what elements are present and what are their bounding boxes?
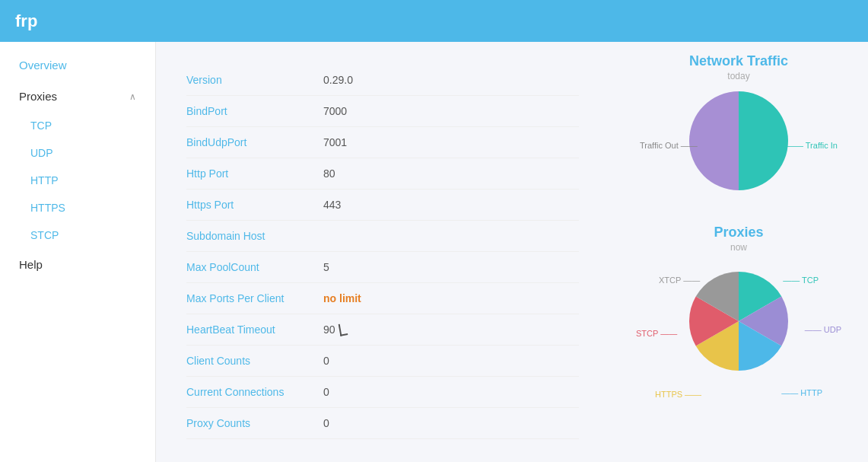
value-poolcount: 5	[323, 261, 329, 273]
value-maxports: no limit	[323, 292, 361, 304]
proxies-chart-section: Proxies now XTCP —— —— TCP —— UDP —— HTT…	[625, 225, 853, 405]
info-row-poolcount: Max PoolCount 5	[186, 252, 579, 283]
info-row-httpport: Http Port 80	[186, 158, 579, 190]
tcp-label: —— TCP	[783, 276, 819, 285]
value-version: 0.29.0	[323, 74, 353, 86]
udp-label: —— UDP	[805, 325, 841, 334]
info-row-proxycounts: Proxy Counts 0	[186, 408, 579, 439]
proxies-chart-title: Proxies	[625, 225, 853, 241]
proxies-chart-subtitle: now	[625, 242, 853, 253]
info-row-heartbeat: HeartBeat Timeout 90	[186, 314, 579, 346]
sidebar-sub-tcp[interactable]: TCP	[0, 112, 155, 139]
traffic-pie-svg	[685, 88, 792, 194]
info-panel: Version 0.29.0 BindPort 7000 BindUdpPort…	[156, 42, 609, 462]
network-traffic-section: Network Traffic today Traffic Out —— —— …	[625, 53, 853, 209]
sidebar-sub-udp[interactable]: UDP	[0, 139, 155, 167]
info-row-bindport: BindPort 7000	[186, 96, 579, 127]
sidebar-item-help[interactable]: Help	[0, 249, 155, 280]
app-title: frp	[15, 11, 37, 31]
sidebar-sub-http[interactable]: HTTP	[0, 167, 155, 194]
https-label: HTTPS ——	[655, 390, 701, 399]
label-bindport: BindPort	[186, 105, 323, 117]
stcp-label: STCP ——	[636, 329, 677, 338]
label-connections: Current Connections	[186, 386, 323, 398]
value-bindudpport: 7001	[323, 136, 347, 148]
sidebar-sub-stcp[interactable]: STCP	[0, 221, 155, 249]
label-httpsport: Https Port	[186, 199, 323, 211]
xtcp-label: XTCP ——	[659, 276, 700, 285]
info-row-version: Version 0.29.0	[186, 65, 579, 96]
value-proxycounts: 0	[323, 417, 329, 429]
sidebar-item-proxies[interactable]: Proxies ∧	[0, 81, 155, 112]
charts-panel: Network Traffic today Traffic Out —— —— …	[609, 42, 868, 462]
network-traffic-chart: Traffic Out —— —— Traffic In	[632, 88, 845, 209]
info-row-maxports: Max Ports Per Client no limit	[186, 283, 579, 314]
label-poolcount: Max PoolCount	[186, 261, 323, 273]
label-clientcounts: Client Counts	[186, 355, 323, 367]
value-connections: 0	[323, 386, 329, 398]
label-httpport: Http Port	[186, 167, 323, 180]
content-area: Version 0.29.0 BindPort 7000 BindUdpPort…	[156, 42, 868, 462]
info-row-bindudpport: BindUdpPort 7001	[186, 127, 579, 158]
sidebar-sub-https[interactable]: HTTPS	[0, 194, 155, 221]
value-heartbeat: 90	[323, 323, 335, 336]
http-label: —— HTTP	[781, 388, 822, 397]
sidebar: Overview Proxies ∧ TCP UDP HTTP HTTPS ST…	[0, 42, 156, 462]
value-httpport: 80	[323, 167, 335, 180]
info-row-subdomain: Subdomain Host	[186, 221, 579, 252]
label-maxports: Max Ports Per Client	[186, 292, 323, 304]
info-row-clientcounts: Client Counts 0	[186, 346, 579, 377]
label-subdomain: Subdomain Host	[186, 230, 323, 242]
network-traffic-title: Network Traffic	[625, 53, 853, 69]
value-bindport: 7000	[323, 105, 347, 117]
network-traffic-subtitle: today	[625, 71, 853, 81]
info-row-connections: Current Connections 0	[186, 377, 579, 408]
info-row-httpsport: Https Port 443	[186, 190, 579, 221]
chevron-up-icon: ∧	[129, 91, 136, 102]
sidebar-item-overview[interactable]: Overview	[0, 49, 155, 81]
label-version: Version	[186, 74, 323, 86]
label-proxycounts: Proxy Counts	[186, 417, 323, 429]
value-clientcounts: 0	[323, 355, 329, 367]
main-layout: Overview Proxies ∧ TCP UDP HTTP HTTPS ST…	[0, 42, 868, 462]
traffic-out-label: Traffic Out ——	[640, 141, 698, 150]
traffic-in-label: —— Traffic In	[787, 141, 838, 150]
value-httpsport: 443	[323, 199, 341, 211]
app-header: frp	[0, 0, 868, 42]
label-bindudpport: BindUdpPort	[186, 136, 323, 148]
cursor-icon	[338, 323, 348, 336]
proxies-chart: XTCP —— —— TCP —— UDP —— HTTP HTTPS —— S…	[632, 264, 845, 405]
label-heartbeat: HeartBeat Timeout	[186, 323, 323, 336]
